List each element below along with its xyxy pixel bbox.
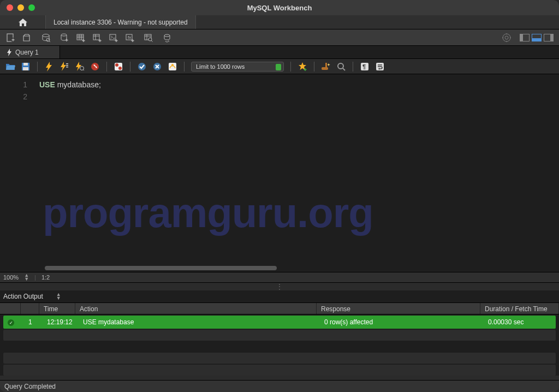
window-title: MySQL Workbench bbox=[0, 4, 559, 12]
wrap-icon[interactable] bbox=[375, 62, 385, 72]
minimize-window-button[interactable] bbox=[17, 4, 24, 11]
table-create-icon[interactable] bbox=[75, 32, 86, 43]
rollback-icon[interactable] bbox=[152, 62, 162, 72]
main-toolbar: fx bbox=[0, 29, 559, 46]
col-action[interactable]: Action bbox=[75, 303, 317, 314]
execute-icon[interactable] bbox=[44, 62, 54, 72]
svg-rect-23 bbox=[23, 67, 28, 70]
svg-line-40 bbox=[343, 68, 345, 70]
svg-rect-25 bbox=[66, 65, 68, 66]
cursor-position: 1:2 bbox=[41, 274, 50, 281]
status-bar: Query Completed bbox=[0, 380, 559, 392]
svg-rect-24 bbox=[66, 63, 68, 64]
sql-text: mydatabase; bbox=[55, 80, 101, 89]
open-file-icon[interactable] bbox=[5, 62, 15, 72]
output-row[interactable]: ✓ 1 12:19:12 USE mydatabase 0 row(s) aff… bbox=[3, 316, 556, 329]
output-row-empty bbox=[3, 365, 556, 376]
titlebar: MySQL Workbench bbox=[0, 0, 559, 15]
inspector-icon[interactable] bbox=[40, 32, 51, 43]
app-tab-bar: Local instance 3306 - Warning - not supp… bbox=[0, 15, 559, 29]
execute-current-icon[interactable] bbox=[60, 62, 69, 72]
row-limit-label: Limit to 1000 rows bbox=[196, 63, 245, 70]
view-create-icon[interactable] bbox=[92, 32, 103, 43]
svg-point-32 bbox=[118, 67, 122, 70]
commit-icon[interactable] bbox=[137, 62, 147, 72]
row-index: 1 bbox=[24, 318, 43, 326]
stop-icon[interactable] bbox=[90, 62, 100, 72]
svg-text:¶: ¶ bbox=[362, 63, 366, 70]
svg-text:fx: fx bbox=[128, 35, 131, 40]
svg-point-14 bbox=[164, 34, 170, 37]
svg-point-16 bbox=[505, 36, 508, 39]
query-tab[interactable]: Query 1 bbox=[0, 46, 60, 58]
svg-point-27 bbox=[80, 66, 84, 70]
db-create-icon[interactable] bbox=[59, 32, 70, 43]
beautify-icon[interactable] bbox=[321, 62, 331, 72]
svg-rect-6 bbox=[77, 34, 84, 40]
autocommit-icon[interactable] bbox=[168, 62, 177, 72]
sql-editor[interactable]: 1 2 USE mydatabase; programguru.org bbox=[0, 74, 559, 264]
row-duration: 0.00030 sec bbox=[484, 318, 556, 326]
output-title[interactable]: Action Output bbox=[3, 293, 43, 300]
panel-splitter[interactable]: ⋮ bbox=[0, 283, 559, 290]
connection-tab[interactable]: Local instance 3306 - Warning - not supp… bbox=[46, 15, 196, 29]
output-row-empty bbox=[3, 330, 556, 341]
proc-create-icon[interactable] bbox=[108, 32, 119, 43]
func-create-icon[interactable]: fx bbox=[124, 32, 135, 43]
svg-point-39 bbox=[338, 63, 343, 69]
svg-point-5 bbox=[61, 34, 67, 36]
sql-keyword: USE bbox=[39, 80, 55, 89]
connection-tab-label: Local instance 3306 - Warning - not supp… bbox=[53, 19, 188, 26]
toggle-sidebar-right-button[interactable] bbox=[544, 34, 554, 41]
svg-rect-38 bbox=[325, 63, 327, 68]
output-header: Action Output ▲▼ bbox=[0, 290, 559, 302]
search-table-icon[interactable] bbox=[143, 32, 154, 43]
col-response[interactable]: Response bbox=[317, 303, 480, 314]
row-limit-select[interactable]: Limit to 1000 rows bbox=[191, 62, 284, 72]
query-tab-bar: Query 1 bbox=[0, 46, 559, 59]
stop-on-error-icon[interactable] bbox=[114, 62, 123, 72]
line-gutter: 1 2 bbox=[0, 74, 33, 264]
row-time: 12:19:12 bbox=[43, 318, 79, 326]
svg-point-15 bbox=[503, 34, 510, 41]
invisible-chars-icon[interactable]: ¶ bbox=[360, 62, 370, 72]
favorite-icon[interactable] bbox=[298, 62, 307, 72]
reconnect-icon[interactable] bbox=[162, 32, 173, 43]
toggle-output-panel-button[interactable] bbox=[532, 34, 542, 41]
line-number: 2 bbox=[0, 91, 27, 103]
home-icon bbox=[18, 18, 28, 27]
query-toolbar: Limit to 1000 rows ¶ bbox=[0, 59, 559, 74]
svg-line-4 bbox=[49, 41, 50, 42]
scrollbar-thumb[interactable] bbox=[45, 266, 277, 270]
new-sql-tab-icon[interactable] bbox=[5, 32, 16, 43]
save-file-icon[interactable] bbox=[21, 62, 31, 72]
status-text: Query Completed bbox=[4, 383, 56, 390]
zoom-stepper-icon[interactable]: ▲▼ bbox=[24, 274, 29, 281]
open-sql-file-icon[interactable] bbox=[22, 32, 33, 43]
output-table: Time Action Response Duration / Fetch Ti… bbox=[0, 302, 559, 376]
close-window-button[interactable] bbox=[7, 4, 13, 11]
col-time[interactable]: Time bbox=[39, 303, 75, 314]
maximize-window-button[interactable] bbox=[28, 4, 35, 11]
output-row-empty bbox=[3, 353, 556, 364]
svg-point-2 bbox=[43, 34, 49, 37]
find-icon[interactable] bbox=[336, 62, 346, 72]
toggle-sidebar-left-button[interactable] bbox=[520, 34, 530, 41]
col-status bbox=[0, 303, 21, 314]
svg-line-13 bbox=[151, 40, 153, 42]
col-duration[interactable]: Duration / Fetch Time bbox=[480, 303, 559, 314]
col-index bbox=[21, 303, 39, 314]
svg-rect-7 bbox=[93, 34, 99, 40]
editor-scrollbar[interactable] bbox=[0, 264, 559, 272]
explain-icon[interactable] bbox=[75, 62, 85, 72]
code-area[interactable]: USE mydatabase; bbox=[33, 74, 559, 264]
row-status-icon: ✓ bbox=[3, 318, 24, 326]
output-type-stepper-icon[interactable]: ▲▼ bbox=[56, 293, 61, 300]
svg-line-28 bbox=[84, 69, 85, 71]
home-tab[interactable] bbox=[0, 15, 46, 29]
row-action: USE mydatabase bbox=[79, 318, 320, 326]
svg-point-31 bbox=[115, 63, 118, 67]
zoom-level[interactable]: 100% bbox=[3, 274, 19, 281]
settings-gear-icon[interactable] bbox=[501, 32, 512, 43]
output-table-header: Time Action Response Duration / Fetch Ti… bbox=[0, 302, 559, 314]
